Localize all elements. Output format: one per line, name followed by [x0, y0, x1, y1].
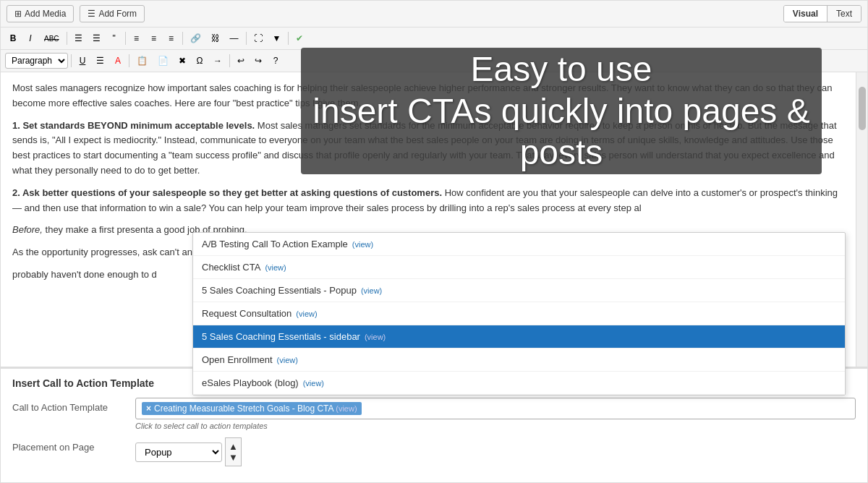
- placement-row: Placement on Page Popup Sidebar Inline F…: [12, 437, 856, 466]
- help-button[interactable]: ?: [268, 53, 284, 69]
- cta-selected-view[interactable]: (view): [336, 404, 357, 413]
- top-toolbar: ⊞ Add Media ☰ Add Form Visual Text: [1, 1, 867, 27]
- undo-button[interactable]: ↩: [233, 53, 249, 69]
- dropdown-item-5sales-sidebar-view[interactable]: (view): [365, 333, 386, 341]
- paste-word-button[interactable]: 📄: [153, 53, 173, 69]
- align-center-button[interactable]: ≡: [146, 30, 162, 46]
- strikethrough-button[interactable]: ABC: [40, 32, 64, 46]
- align-left-button[interactable]: ≡: [129, 30, 145, 46]
- add-media-label: Add Media: [25, 9, 66, 19]
- underline-button[interactable]: U: [75, 53, 90, 69]
- separator2: [125, 32, 126, 45]
- placement-select-wrap: Popup Sidebar Inline Footer ▲▼: [135, 437, 242, 466]
- visual-button[interactable]: Visual: [784, 6, 827, 22]
- align-right-button[interactable]: ≡: [163, 30, 179, 46]
- cta-dropdown: A/B Testing Call To Action Example (view…: [192, 232, 846, 396]
- dropdown-item-request-view[interactable]: (view): [296, 309, 317, 318]
- dropdown-item-esales-label: eSales Playbook (blog): [202, 377, 299, 388]
- cta-template-row: Call to Action Template × Creating Measu…: [12, 398, 856, 430]
- dropdown-item-5sales-sidebar[interactable]: 5 Sales Coaching Essentials - sidebar (v…: [193, 325, 845, 349]
- before-label: Before,: [12, 224, 43, 235]
- form-icon: ☰: [88, 9, 95, 19]
- as-text: As the opportunity progresses, ask: [12, 247, 157, 257]
- cta-hint: Click to select call to action templates: [135, 422, 856, 430]
- special-char-button[interactable]: Ω: [192, 53, 208, 69]
- promo-overlay: Easy to use insert CTAs quickly into pag…: [301, 48, 822, 174]
- text-button[interactable]: Text: [827, 6, 861, 22]
- ol-button[interactable]: ☰: [88, 30, 105, 46]
- separator1: [67, 32, 67, 45]
- dropdown-item-5sales-sidebar-label: 5 Sales Coaching Essentials - sidebar: [202, 331, 360, 342]
- separator8: [229, 54, 230, 67]
- dropdown-item-ab-label: A/B Testing Call To Action Example: [202, 239, 348, 249]
- cta-template-input-wrap: × Creating Measurable Stretch Goals - Bl…: [135, 398, 856, 430]
- format-toolbar-row1: B I ABC ☰ ☰ " ≡ ≡ ≡ 🔗 ⛓ — ⛶ ▼ ✔: [1, 27, 867, 50]
- dropdown-item-checklist-label: Checklist CTA: [202, 262, 260, 273]
- point2-label: 2. Ask better questions of your salespeo…: [12, 187, 442, 198]
- ul-button[interactable]: ☰: [70, 30, 87, 46]
- dropdown-item-ab-view[interactable]: (view): [352, 240, 373, 249]
- dropdown-item-open-enrollment-view[interactable]: (view): [277, 356, 298, 364]
- link-button[interactable]: 🔗: [186, 30, 205, 46]
- kitchen-sink-button[interactable]: ▼: [268, 30, 286, 46]
- placement-label: Placement on Page: [12, 437, 135, 453]
- promo-line2: insert CTAs quickly into pages & posts: [301, 90, 822, 174]
- promo-content: Easy to use insert CTAs quickly into pag…: [301, 48, 822, 174]
- dropdown-item-ab[interactable]: A/B Testing Call To Action Example (view…: [193, 233, 845, 256]
- dropdown-item-checklist-view[interactable]: (view): [265, 263, 286, 272]
- point1-label: 1. Set standards BEYOND minimum acceptab…: [12, 120, 255, 131]
- media-icon: ⊞: [14, 9, 22, 19]
- bold-button[interactable]: B: [5, 30, 21, 46]
- separator7: [129, 54, 129, 67]
- dropdown-item-checklist[interactable]: Checklist CTA (view): [193, 256, 845, 279]
- paragraph-select[interactable]: Paragraph: [5, 53, 68, 69]
- dropdown-item-5sales-popup-view[interactable]: (view): [361, 286, 382, 295]
- scroll-thumb[interactable]: [859, 87, 866, 130]
- separator4: [246, 32, 247, 45]
- cta-selected-text: Creating Measurable Stretch Goals - Blog…: [154, 403, 333, 414]
- add-form-label: Add Form: [98, 9, 137, 19]
- before-text: they make a first presenta: [46, 224, 154, 235]
- promo-line1: Easy to use: [301, 48, 822, 90]
- point2: 2. Ask better questions of your salespeo…: [12, 186, 844, 216]
- separator3: [182, 32, 183, 45]
- placement-select[interactable]: Popup Sidebar Inline Footer: [135, 443, 222, 462]
- redo-button[interactable]: ↪: [250, 53, 266, 69]
- italic-button[interactable]: I: [22, 30, 38, 46]
- justify-button[interactable]: ☰: [92, 53, 109, 69]
- insert-more-button[interactable]: —: [226, 30, 243, 46]
- text-color-button[interactable]: A: [110, 53, 126, 69]
- dropdown-item-5sales-popup[interactable]: 5 Sales Coaching Essentials - Popup (vie…: [193, 279, 845, 302]
- cta-tag-remove[interactable]: ×: [146, 403, 151, 414]
- unlink-button[interactable]: ⛓: [207, 30, 224, 46]
- add-media-button[interactable]: ⊞ Add Media: [7, 5, 74, 22]
- dropdown-item-request-label: Request Consultation: [202, 308, 292, 319]
- paste-plain-button[interactable]: 📋: [132, 53, 152, 69]
- view-toggle: Visual Text: [783, 5, 861, 22]
- probably-text: probably haven't done enough to d: [12, 269, 157, 280]
- dropdown-item-esales-view[interactable]: (view): [303, 379, 324, 388]
- cta-selected-tag: × Creating Measurable Stretch Goals - Bl…: [142, 402, 362, 415]
- dropdown-item-request[interactable]: Request Consultation (view): [193, 302, 845, 325]
- dropdown-item-5sales-popup-label: 5 Sales Coaching Essentials - Popup: [202, 285, 357, 296]
- fullscreen-button[interactable]: ⛶: [250, 30, 267, 46]
- blockquote-button[interactable]: ": [106, 30, 122, 46]
- placement-select-arrow[interactable]: ▲▼: [225, 437, 242, 466]
- cta-template-label: Call to Action Template: [12, 398, 135, 413]
- dropdown-item-open-enrollment-label: Open Enrollment: [202, 354, 273, 365]
- spellcheck-icon[interactable]: ✔: [292, 30, 307, 46]
- add-form-button[interactable]: ☰ Add Form: [80, 5, 145, 22]
- dropdown-item-esales[interactable]: eSales Playbook (blog) (view): [193, 372, 845, 395]
- clear-format-button[interactable]: ✖: [174, 53, 190, 69]
- dropdown-item-open-enrollment[interactable]: Open Enrollment (view): [193, 349, 845, 372]
- separator6: [71, 54, 72, 67]
- cta-tag-label: Creating Measurable Stretch Goals - Blog…: [154, 403, 357, 414]
- separator5: [288, 32, 289, 45]
- cta-selected-field[interactable]: × Creating Measurable Stretch Goals - Bl…: [135, 398, 856, 419]
- indent-button[interactable]: →: [209, 53, 226, 69]
